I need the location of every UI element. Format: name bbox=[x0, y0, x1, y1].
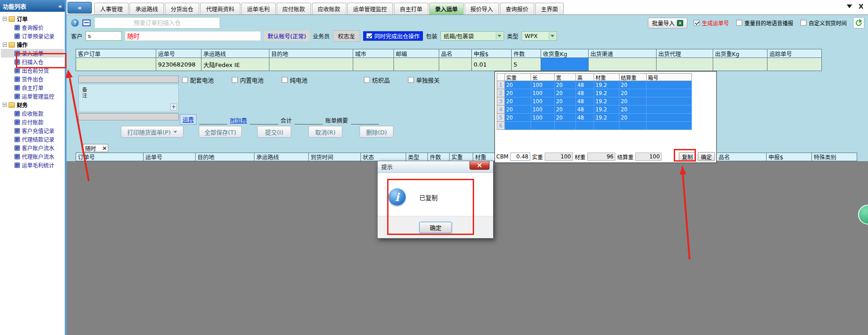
sync-outbound-checkbox[interactable] bbox=[366, 33, 372, 38]
type-select[interactable]: WPX bbox=[522, 31, 557, 41]
default-account-label[interactable]: 默认帐号(正常) bbox=[264, 31, 310, 41]
form-action-button[interactable]: 打印随货面单(P) bbox=[121, 126, 183, 138]
tab[interactable]: 运单毛利 bbox=[241, 3, 276, 14]
attribute-checkbox[interactable]: 内置电池 bbox=[232, 76, 264, 84]
dimension-row[interactable]: 1 20 100 20 48 19.2 20 bbox=[497, 81, 692, 89]
add-remark-button[interactable]: + bbox=[170, 104, 177, 110]
row-number[interactable]: 1 bbox=[497, 81, 505, 89]
remark-box[interactable]: 备注 + bbox=[78, 84, 179, 112]
row-number[interactable]: 6 bbox=[497, 122, 505, 130]
dimension-row[interactable]: 5 20 100 20 48 19.2 20 bbox=[497, 114, 692, 122]
attribute-checkbox[interactable]: 单独报关 bbox=[408, 76, 440, 84]
waybill-cell[interactable] bbox=[657, 58, 713, 71]
dimension-row[interactable]: 3 20 100 20 48 19.2 20 bbox=[497, 97, 692, 105]
tree-item[interactable]: 代理账户流水 bbox=[1, 152, 64, 161]
waybill-cell[interactable] bbox=[394, 58, 439, 71]
dimension-row[interactable]: 4 20 100 20 48 19.2 20 bbox=[497, 105, 692, 114]
tree-item[interactable]: 代理结款记录 bbox=[1, 135, 64, 144]
tree-item[interactable]: 操作 bbox=[1, 40, 64, 49]
waybill-cell[interactable] bbox=[269, 58, 353, 71]
remove-filter-icon[interactable] bbox=[102, 146, 106, 150]
tab-list-dropdown-icon[interactable] bbox=[847, 5, 852, 8]
tree-item[interactable]: 货件出仓 bbox=[1, 75, 64, 83]
checkbox-icon[interactable] bbox=[282, 77, 288, 83]
customer-match-field[interactable]: 随时 bbox=[125, 31, 261, 41]
waybill-cell[interactable] bbox=[713, 58, 767, 71]
waybill-cell[interactable]: 5 bbox=[512, 58, 541, 71]
tab[interactable]: 应收账款 bbox=[312, 3, 346, 14]
form-action-button[interactable]: 全部保存(T) bbox=[199, 126, 242, 138]
tree-item[interactable]: 扫描入仓 bbox=[1, 57, 64, 66]
bill-summary-blank[interactable] bbox=[351, 118, 379, 124]
tab[interactable]: 应付账款 bbox=[277, 3, 311, 14]
tab[interactable]: 录入运单 bbox=[429, 3, 464, 14]
sidebar-collapse-icon[interactable]: « bbox=[58, 3, 62, 10]
checkbox-icon[interactable] bbox=[694, 20, 700, 26]
row-number[interactable]: 3 bbox=[497, 97, 505, 105]
waybill-cell[interactable] bbox=[541, 58, 589, 71]
option-checkbox[interactable]: 自定义到货时间 bbox=[801, 19, 847, 27]
freight-value-blank[interactable] bbox=[199, 118, 227, 124]
tab[interactable]: 运单管理监控 bbox=[347, 3, 393, 14]
tree-item[interactable]: 查询报价 bbox=[1, 23, 64, 32]
copy-button[interactable]: 复制 bbox=[679, 152, 696, 161]
option-checkbox[interactable]: 重量目的地语音播报 bbox=[736, 19, 793, 27]
tree-item[interactable]: 订单预录记录 bbox=[1, 32, 64, 40]
tree-item[interactable]: 自主打单 bbox=[1, 83, 64, 92]
checkbox-icon[interactable] bbox=[408, 77, 414, 83]
row-number[interactable]: 4 bbox=[497, 105, 505, 114]
sidebar-splitter[interactable] bbox=[65, 0, 67, 335]
waybill-cell[interactable] bbox=[353, 58, 394, 71]
checkbox-icon[interactable] bbox=[182, 77, 188, 83]
package-select[interactable]: 纸箱/包裹袋 bbox=[441, 31, 504, 41]
expand-collapse-icon[interactable] bbox=[3, 103, 7, 107]
tab[interactable]: 报价导入 bbox=[465, 3, 499, 14]
help-icon[interactable]: ? bbox=[71, 19, 79, 27]
freight-link[interactable]: 运费 bbox=[180, 114, 197, 124]
expand-collapse-icon[interactable] bbox=[3, 17, 7, 21]
waybill-cell[interactable]: 大陆Fedex IE bbox=[201, 58, 269, 71]
waybill-cell[interactable] bbox=[589, 58, 657, 71]
close-tab-icon[interactable]: X bbox=[858, 3, 863, 10]
waybill-cell[interactable] bbox=[767, 58, 822, 71]
waybill-table-row[interactable]: 9230682098大陆Fedex IE0.015 bbox=[76, 58, 822, 71]
checkbox-icon[interactable] bbox=[801, 20, 806, 26]
refresh-button[interactable] bbox=[853, 17, 864, 29]
tab[interactable]: 查询报价 bbox=[500, 3, 534, 14]
tab[interactable]: 分货出仓 bbox=[165, 3, 199, 14]
tree-item[interactable]: 财务 bbox=[1, 100, 64, 109]
dimension-row[interactable]: 6 bbox=[497, 122, 692, 130]
surcharge-value-blank[interactable] bbox=[250, 118, 278, 124]
surcharge-link[interactable]: 附加费 bbox=[230, 116, 247, 124]
sync-outbound-toggle[interactable]: 同时完成出仓操作 bbox=[363, 31, 423, 41]
tree-item[interactable]: 录入运单 bbox=[1, 49, 64, 57]
tree-item[interactable]: 客户充值记录 bbox=[1, 126, 64, 135]
tree-item[interactable]: 运单管理监控 bbox=[1, 92, 64, 100]
checkbox-icon[interactable] bbox=[364, 77, 370, 83]
tree-item[interactable]: 应收账款 bbox=[1, 109, 64, 118]
salesman-value[interactable]: 权志龙 bbox=[333, 30, 360, 42]
tree-item[interactable]: 订单 bbox=[1, 14, 64, 23]
tree-item[interactable]: 出仓前分货 bbox=[1, 66, 64, 75]
chevron-down-icon[interactable] bbox=[549, 32, 556, 40]
dialog-close-button[interactable] bbox=[470, 161, 489, 170]
tree-item[interactable]: 客户账户流水 bbox=[1, 144, 64, 152]
tab[interactable]: 主界面 bbox=[535, 3, 564, 14]
row-number[interactable]: 5 bbox=[497, 114, 505, 122]
attribute-checkbox[interactable]: 配套电池 bbox=[182, 76, 214, 84]
dialog-ok-button[interactable]: 确定 bbox=[419, 222, 452, 233]
checkbox-icon[interactable] bbox=[232, 77, 238, 83]
tree-item[interactable]: 应付账款 bbox=[1, 118, 64, 126]
option-checkbox[interactable]: 生成运单号 bbox=[694, 19, 729, 27]
waybill-cell[interactable]: 0.01 bbox=[472, 58, 512, 71]
waybill-cell[interactable] bbox=[76, 58, 156, 71]
dimension-row[interactable]: 2 20 100 20 48 19.2 20 bbox=[497, 89, 692, 97]
tab[interactable]: 承运路线 bbox=[129, 3, 164, 14]
chevron-down-icon[interactable] bbox=[496, 32, 503, 40]
filter-tag[interactable]: 随时 bbox=[83, 144, 108, 152]
form-action-button[interactable]: 取消(R) bbox=[308, 126, 342, 138]
tab[interactable]: 代理商资料 bbox=[200, 3, 240, 14]
tab[interactable]: 自主打单 bbox=[394, 3, 428, 14]
attribute-checkbox[interactable]: 纯电池 bbox=[282, 76, 307, 84]
customer-input[interactable] bbox=[86, 31, 122, 41]
